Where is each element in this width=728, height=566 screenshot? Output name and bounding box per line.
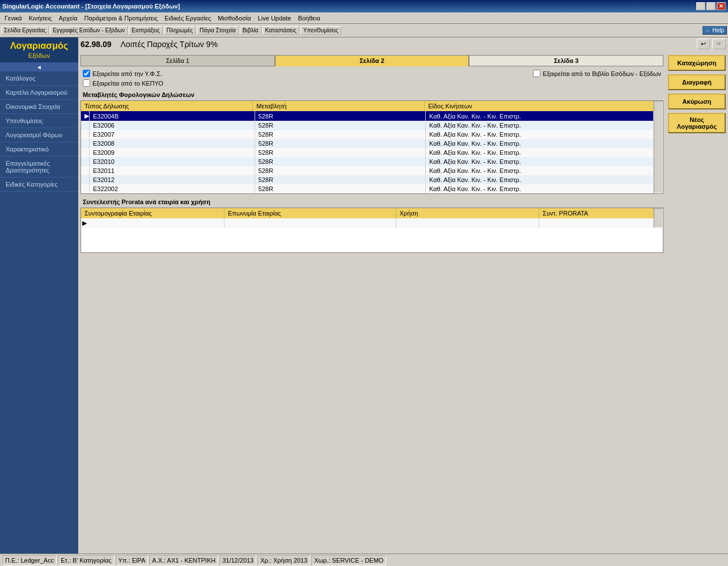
minimize-button[interactable]: ─ xyxy=(696,2,705,10)
tab-page3[interactable]: Σελίδα 3 xyxy=(469,55,663,66)
maximize-button[interactable]: □ xyxy=(706,2,716,10)
menu-help[interactable]: Βοήθεια xyxy=(294,14,323,23)
tab-page1[interactable]: Σελίδα 1 xyxy=(81,55,275,66)
menu-special[interactable]: Ειδικές Εργασίες xyxy=(161,14,214,23)
tax-table-row[interactable]: E32012 528R Καθ. Αξία Καν. Κιν. - Κιν. Ε… xyxy=(81,175,654,184)
row-indicator xyxy=(81,121,90,130)
tax-type: E32007 xyxy=(90,130,255,139)
toolbar-reminders[interactable]: ΥπενΘυμίσεις xyxy=(300,26,341,35)
col-kind: Είδος Κινήσεων xyxy=(425,101,654,111)
sidebar-header: Λογαριασμός xyxy=(0,37,78,52)
toolbar-payments[interactable]: Πληρωμές xyxy=(164,26,196,35)
tab-page2[interactable]: Σελίδα 2 xyxy=(275,55,469,66)
checkbox-yfs[interactable] xyxy=(83,70,90,77)
tax-table-row[interactable]: E32010 528R Καθ. Αξία Καν. Κιν. - Κιν. Ε… xyxy=(81,157,654,166)
status-pe: Π.Ε.: Ledger_Acc xyxy=(2,555,57,565)
tax-kind: Καθ. Αξία Καν. Κιν. - Κιν. Επιστρ. xyxy=(426,121,654,130)
checkboxes-section: Εξαιρείται από την Υ.Φ.Σ. Εξαιρείται από… xyxy=(81,70,663,87)
tax-table-row[interactable]: E32008 528R Καθ. Αξία Καν. Κιν. - Κιν. Ε… xyxy=(81,139,654,148)
tax-type: E32008 xyxy=(90,139,255,148)
title-bar-controls: ─ □ ✕ xyxy=(696,2,726,10)
toolbar-receipts[interactable]: Εισπράξεις xyxy=(129,26,162,35)
menu-liveupdate[interactable]: Live Update xyxy=(255,14,295,23)
status-date: 31/12/2013 xyxy=(219,555,256,565)
tax-var: 528R xyxy=(255,148,425,157)
tax-var: 528R xyxy=(255,175,425,184)
save-button[interactable]: Καταχώρηση xyxy=(668,55,726,71)
status-xr: Χρ.: Χρήση 2013 xyxy=(257,555,310,565)
prorata-new-row[interactable]: ▶ xyxy=(81,218,654,228)
status-ax: Α.Χ.: ΑΧ1 - ΚΕΝΤΡΙΚΗ xyxy=(149,555,218,565)
row-indicator xyxy=(81,130,90,139)
col-var: Μεταβλητή xyxy=(253,101,425,111)
tax-kind: Καθ. Αξία Καν. Κιν. - Κιν. Επιστρ. xyxy=(426,139,654,148)
menu-general[interactable]: Γενικά xyxy=(1,14,26,23)
menu-params[interactable]: Παράμετροι & Προτιμήσεις xyxy=(81,14,162,23)
sidebar-item-reminders[interactable]: Υπενθυμίσεις xyxy=(0,114,78,128)
checkbox-row-yfs: Εξαιρείται από την Υ.Φ.Σ. xyxy=(83,70,163,77)
prorata-scrollbar[interactable] xyxy=(654,208,663,228)
nav-back[interactable]: ↩ xyxy=(697,39,710,49)
toolbar-reports[interactable]: Καταστάσεις xyxy=(263,26,299,35)
main-container: Λογαριασμός Εξόδων ◄ Κατάλογος Καρτέλα Λ… xyxy=(0,37,728,554)
tax-kind: Καθ. Αξία Καν. Κιν. - Κιν. Επιστρ. xyxy=(426,130,654,139)
sidebar-item-financial[interactable]: Οικονομικά Στοιχεία xyxy=(0,100,78,114)
title-bar: SingularLogic Accountant - [Στοιχεία Λογ… xyxy=(0,0,728,12)
sidebar-item-tax-accounts[interactable]: Λογαριασμοί Φόρων xyxy=(0,128,78,142)
row-indicator xyxy=(81,166,90,175)
tax-table-body: ▶ E32004B 528R Καθ. Αξία Καν. Κιν. - Κιν… xyxy=(81,111,654,193)
nav-hand[interactable]: ☞ xyxy=(712,39,726,49)
prorata-title: Συντελεστής Prorata ανά εταιρία και χρήσ… xyxy=(81,198,663,205)
menu-payroll[interactable]: Μισθοδοσία xyxy=(214,14,254,23)
sidebar-item-characteristics[interactable]: Χαρακτηριστικό xyxy=(0,142,78,157)
toolbar-fixed[interactable]: Πάγια Στοιχεία xyxy=(197,26,239,35)
tax-table-row[interactable]: E32007 528R Καθ. Αξία Καν. Κιν. - Κιν. Ε… xyxy=(81,130,654,139)
tax-table-row[interactable]: E32009 528R Καθ. Αξία Καν. Κιν. - Κιν. Ε… xyxy=(81,148,654,157)
toolbar-books[interactable]: Βιβλία xyxy=(240,26,261,35)
tax-var: 528R xyxy=(255,130,425,139)
tax-type: E32009 xyxy=(90,148,255,157)
nav-arrows: ↩ ☞ xyxy=(697,39,726,49)
tax-table-row[interactable]: ▶ E32004B 528R Καθ. Αξία Καν. Κιν. - Κιν… xyxy=(81,111,654,121)
tax-type: E32006 xyxy=(90,121,255,130)
tax-kind: Καθ. Αξία Καν. Κιν. - Κιν. Επιστρ. xyxy=(426,175,654,184)
close-button[interactable]: ✕ xyxy=(717,2,726,10)
cancel-button[interactable]: Ακύρωση xyxy=(668,94,726,109)
tax-var: 528R xyxy=(255,184,425,193)
window-title: SingularLogic Accountant - [Στοιχεία Λογ… xyxy=(2,3,180,10)
checkbox-kepyo[interactable] xyxy=(83,79,90,87)
toolbar-page[interactable]: Σελίδα Εργασίας xyxy=(1,26,49,35)
account-code: 62.98.09 xyxy=(81,40,112,49)
tax-table-row[interactable]: E322002 528R Καθ. Αξία Καν. Κιν. - Κιν. … xyxy=(81,184,654,193)
row-indicator xyxy=(81,139,90,148)
row-indicator xyxy=(81,184,90,193)
chevron-icon: ◄ xyxy=(36,64,42,70)
delete-button[interactable]: Διαγραφή xyxy=(668,74,726,90)
sidebar-item-catalog[interactable]: Κατάλογος xyxy=(0,71,78,86)
checkbox-book[interactable] xyxy=(533,70,540,77)
tax-var: 528R xyxy=(255,139,425,148)
tax-table-row[interactable]: E32006 528R Καθ. Αξία Καν. Κιν. - Κιν. Ε… xyxy=(81,121,654,130)
toolbar-entries[interactable]: Εγγραφές Εσόδων - Εξόδων xyxy=(50,26,128,35)
tax-table-scroll[interactable]: ▶ E32004B 528R Καθ. Αξία Καν. Κιν. - Κιν… xyxy=(81,111,654,193)
new-account-button[interactable]: Νέος Λογαριασμός xyxy=(668,113,726,133)
tax-var: 528R xyxy=(255,157,425,166)
col-type: Τύπος Δήλωσης xyxy=(81,101,253,111)
sidebar-subheader: Εξόδων xyxy=(0,52,78,62)
tax-type: E32012 xyxy=(90,175,255,184)
tax-type: E32004B xyxy=(90,111,255,121)
tax-kind: Καθ. Αξία Καν. Κιν. - Κιν. Επιστρ. xyxy=(426,184,654,193)
toolbar: Σελίδα Εργασίας Εγγραφές Εσόδων - Εξόδων… xyxy=(0,24,728,37)
sidebar-toggle[interactable]: ◄ xyxy=(0,62,78,71)
menu-archives[interactable]: Αρχεία xyxy=(55,14,81,23)
menu-movements[interactable]: Κινήσεις xyxy=(26,14,56,23)
sidebar-item-business[interactable]: Επαγγελματικές Δραστηριότητες xyxy=(0,157,78,178)
sidebar-item-card[interactable]: Καρτέλα Λογαριασμού xyxy=(0,86,78,100)
tax-table-row[interactable]: E32011 528R Καθ. Αξία Καν. Κιν. - Κιν. Ε… xyxy=(81,166,654,175)
account-title: Λοιπές Παροχές Τρίτων 9% xyxy=(121,40,218,49)
help-button[interactable]: ← Help xyxy=(702,26,727,35)
tax-kind: Καθ. Αξία Καν. Κιν. - Κιν. Επιστρ. xyxy=(426,166,654,175)
status-xor: Χωρ.: SERVICE - DEMO xyxy=(311,555,386,565)
tax-scrollbar[interactable] xyxy=(654,101,663,193)
sidebar-item-special-cat[interactable]: Ειδικές Κατηγορίες xyxy=(0,178,78,192)
